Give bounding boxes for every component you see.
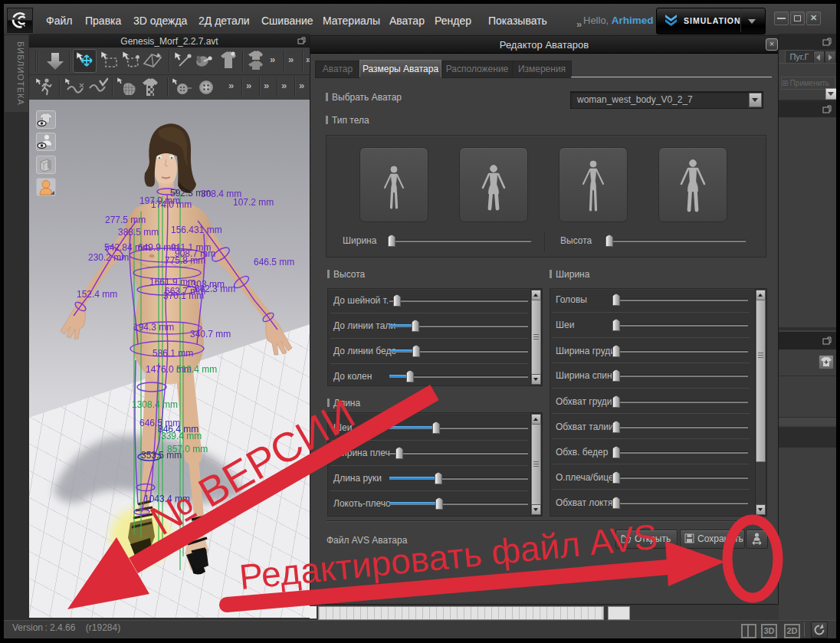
svg-text:№ ВЕРСИИ: № ВЕРСИИ [143, 390, 363, 543]
